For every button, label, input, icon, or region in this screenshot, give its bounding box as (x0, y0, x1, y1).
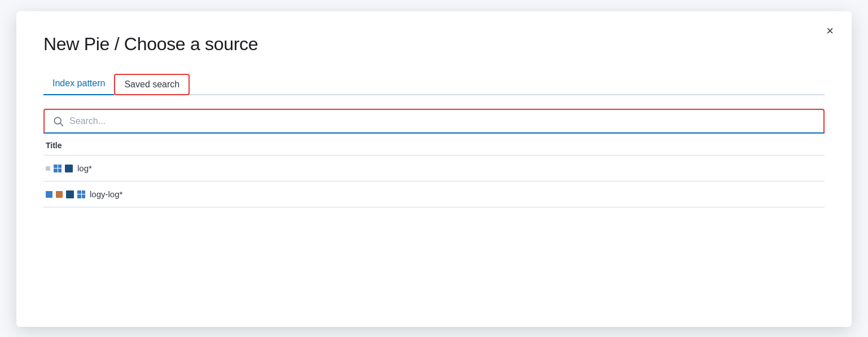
table-row[interactable]: log* (43, 156, 825, 181)
modal-container: × New Pie / Choose a source Index patter… (16, 11, 852, 327)
search-icon (52, 116, 64, 127)
search-input[interactable] (69, 116, 816, 126)
icon-gray-small (46, 166, 50, 171)
search-box (43, 109, 825, 134)
table-row-2[interactable]: logy-log* (43, 181, 825, 207)
icon-grid (54, 165, 62, 172)
row-icons-1 (46, 165, 73, 172)
icon-blue-square (46, 191, 52, 198)
row-label-1: log* (77, 163, 92, 173)
icon-blue-dark-1 (65, 165, 73, 172)
icon-orange-square (56, 191, 63, 198)
svg-line-1 (60, 123, 63, 126)
tabs-container: Index pattern Saved search (43, 73, 825, 95)
tab-index-pattern[interactable]: Index pattern (43, 73, 114, 95)
icon-grid-2 (77, 190, 85, 198)
table-header: Title (43, 134, 825, 156)
row-label-2: logy-log* (90, 189, 122, 199)
table-column-title: Title (43, 141, 62, 150)
search-svg-icon (52, 116, 64, 127)
close-button[interactable]: × (822, 23, 838, 39)
row-icons-2 (46, 190, 85, 198)
modal-title: New Pie / Choose a source (43, 34, 825, 55)
tab-saved-search[interactable]: Saved search (114, 74, 190, 95)
icon-blue-dark-2 (66, 190, 74, 198)
